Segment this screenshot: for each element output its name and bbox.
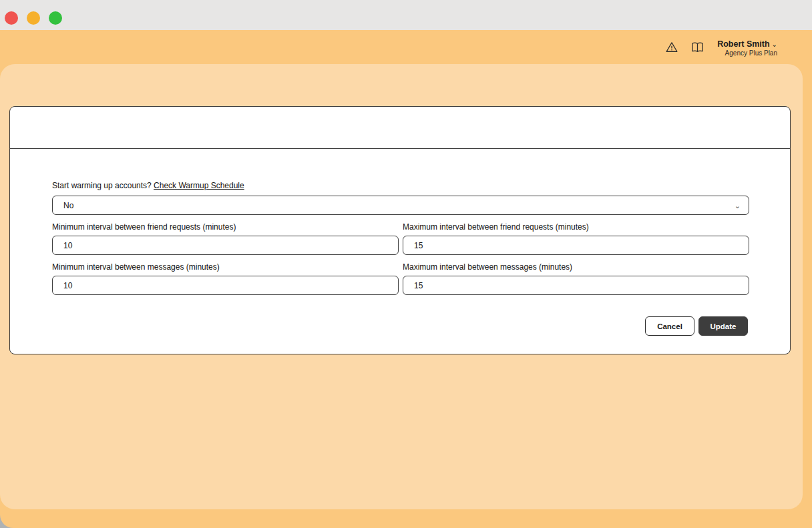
max-message-interval-input[interactable] [403,276,749,295]
min-message-interval-label: Minimum interval between messages (minut… [52,262,220,272]
min-friend-request-interval-input[interactable] [52,236,399,255]
chevron-down-icon: ⌄ [735,202,741,210]
zoom-window-button[interactable] [49,11,62,25]
max-friend-request-interval-input[interactable] [403,236,749,255]
user-name: Robert Smith [717,39,769,49]
app-page: Robert Smith⌄ Agency Plus Plan Update yo… [0,30,812,528]
user-plan: Agency Plus Plan [717,49,777,57]
max-friend-request-interval-label: Maximum interval between friend requests… [403,222,589,232]
account-form-card: Start warming up accounts? Check Warmup … [9,106,791,354]
check-warmup-schedule-link[interactable]: Check Warmup Schedule [154,181,244,190]
app-header: Robert Smith⌄ Agency Plus Plan [0,30,803,64]
minimize-window-button[interactable] [27,11,40,25]
update-button[interactable]: Update [698,316,748,336]
min-friend-request-interval-label: Minimum interval between friend requests… [52,222,236,232]
warmup-question-text: Start warming up accounts? [52,181,154,190]
card-body: Start warming up accounts? Check Warmup … [10,149,790,354]
warmup-question-label: Start warming up accounts? Check Warmup … [52,181,244,190]
card-header [10,107,790,149]
close-window-button[interactable] [5,11,18,25]
window-titlebar [0,0,812,30]
cancel-button[interactable]: Cancel [645,316,694,336]
warmup-select[interactable]: No ⌄ [52,196,749,215]
warmup-select-value: No [63,201,73,210]
max-message-interval-label: Maximum interval between messages (minut… [403,262,572,272]
chevron-down-icon: ⌄ [772,41,777,48]
min-message-interval-input[interactable] [52,276,399,295]
user-menu[interactable]: Robert Smith⌄ Agency Plus Plan [717,37,777,57]
warning-icon[interactable] [666,41,678,53]
book-icon[interactable] [691,42,704,53]
content-panel: Update your account Start warming up acc… [0,64,803,509]
form-actions: Cancel Update [645,316,748,336]
